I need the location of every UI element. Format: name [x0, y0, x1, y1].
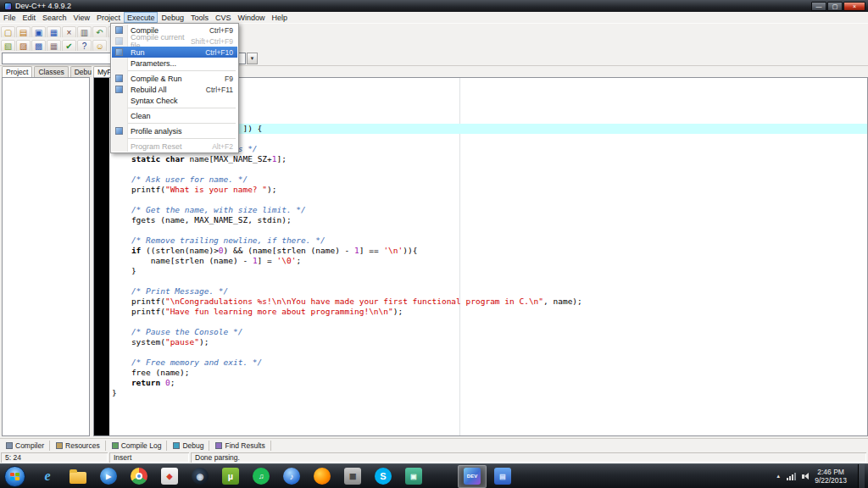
code-line-13[interactable]: if ((strlen(name)>0) && (name[strlen (na… [112, 246, 867, 256]
code-line-22[interactable]: system("pause"); [112, 337, 867, 347]
code-line-19[interactable]: printf("Have fun learning more about pro… [112, 307, 867, 317]
taskbar-dev-cpp-button[interactable]: DEV [458, 465, 487, 488]
code-line-8[interactable] [112, 195, 867, 205]
menu-execute[interactable]: Execute [124, 12, 159, 23]
minimize-button[interactable]: — [811, 2, 826, 11]
panel-tab-project[interactable]: Project [2, 66, 32, 77]
code-line-20[interactable] [112, 317, 867, 327]
taskbar-pinned-app-11-button[interactable]: ▦ [338, 465, 367, 488]
code-line-27[interactable]: } [112, 388, 867, 398]
code-line-11[interactable] [112, 225, 867, 236]
code-line-5[interactable] [112, 164, 867, 175]
start-button[interactable] [4, 466, 25, 487]
menu-item-compile-run[interactable]: Compile & RunF9 [112, 73, 237, 84]
taskbar-media-player-button[interactable]: ▶ [94, 465, 123, 488]
taskbar-spotify-button[interactable]: ♫ [247, 465, 275, 488]
menu-item-rebuild-all[interactable]: Rebuild AllCtrl+F11 [112, 84, 237, 95]
menu-item-program-reset[interactable]: Program ResetAlt+F2 [112, 141, 237, 152]
menu-item-run[interactable]: RunCtrl+F10 [112, 47, 237, 58]
menu-search[interactable]: Search [39, 12, 70, 23]
taskbar-pinned-app-13-button[interactable]: ▣ [399, 465, 428, 488]
taskbar-pinned-app-7-button[interactable]: µ [216, 465, 245, 488]
menu-tools[interactable]: Tools [187, 12, 212, 23]
menu-view[interactable]: View [70, 12, 93, 23]
report-tab-find-results[interactable]: Find Results [210, 441, 270, 451]
menu-item-parameters[interactable]: Parameters... [112, 58, 237, 69]
report-tab-debug[interactable]: Debug [168, 441, 209, 451]
code-line-26[interactable]: return 0; [112, 378, 867, 388]
code-line-15[interactable]: } [112, 266, 867, 276]
menu-cvs[interactable]: CVS [212, 12, 235, 23]
menu-help[interactable]: Help [269, 12, 292, 23]
title-bar[interactable]: Dev-C++ 4.9.9.2 — ▢ × [0, 0, 868, 12]
report-tab-label: Debug [182, 441, 203, 450]
editor-gutter[interactable] [94, 78, 109, 435]
report-tab-label: Compile Log [121, 441, 162, 450]
code-line-7[interactable]: printf("What is your name? "); [112, 185, 867, 195]
menu-bar: FileEditSearchViewProjectExecuteDebugToo… [0, 12, 868, 23]
project-tree[interactable] [2, 77, 90, 436]
report-tab-label: Compiler [15, 441, 44, 450]
combo-dropdown-arrow-icon[interactable]: ▼ [247, 53, 258, 64]
menu-item-shortcut: Ctrl+F9 [209, 26, 237, 35]
cursor-position: 5: 24 [1, 452, 108, 463]
menu-file[interactable]: File [0, 12, 19, 23]
code-line-18[interactable]: printf("\nCongradulations %s!\n\nYou hav… [112, 297, 867, 307]
menu-item-profile-analysis[interactable]: Profile analysis [112, 125, 237, 136]
taskbar-firefox-button[interactable] [308, 465, 337, 488]
menu-item-shortcut: Alt+F2 [212, 142, 237, 151]
volume-icon[interactable] [802, 473, 809, 480]
menu-item-shortcut: Ctrl+F11 [206, 86, 237, 94]
steam-icon: ◉ [192, 468, 209, 485]
media-player-icon: ▶ [100, 468, 117, 485]
taskbar-chrome-button[interactable] [125, 465, 153, 488]
pinned-app-7-icon: µ [222, 468, 239, 485]
windows-flag-icon [10, 473, 19, 480]
taskbar-windows-explorer-button[interactable] [64, 465, 92, 488]
menu-project[interactable]: Project [93, 12, 124, 23]
network-icon[interactable] [787, 473, 796, 480]
code-line-24[interactable]: /* Free memory and exit. */ [112, 358, 867, 368]
resources-icon [56, 442, 63, 449]
report-tab-compile-log[interactable]: Compile Log [107, 441, 168, 451]
taskbar-clock[interactable]: 2:46 PM 9/22/2013 [815, 468, 847, 485]
firefox-icon [314, 468, 331, 485]
taskbar-steam-button[interactable]: ◉ [186, 465, 214, 488]
code-line-25[interactable]: free (name); [112, 368, 867, 378]
menu-window[interactable]: Window [235, 12, 269, 23]
menu-item-clean[interactable]: Clean [112, 110, 237, 121]
code-line-14[interactable]: name[strlen (name) - 1] = '\0'; [112, 256, 867, 266]
menu-item-label: Parameters... [131, 59, 176, 68]
taskbar-pinned-app-5-button[interactable]: ◆ [155, 465, 184, 488]
menu-item-shortcut: F9 [225, 75, 237, 83]
taskbar-itunes-button[interactable]: ♪ [277, 465, 306, 488]
menu-debug[interactable]: Debug [158, 12, 187, 23]
menu-item-label: Run [131, 48, 145, 57]
report-tab-compiler[interactable]: Compiler [1, 441, 50, 451]
code-line-17[interactable]: /* Print Message. */ [112, 286, 867, 297]
menu-item-compile-current-file[interactable]: Compile current fileShift+Ctrl+F9 [112, 36, 237, 47]
code-line-23[interactable] [112, 347, 867, 358]
code-line-6[interactable]: /* Ask user for name. */ [112, 175, 867, 185]
code-line-21[interactable]: /* Pause the Console */ [112, 327, 867, 337]
taskbar-icons: e▶◆◉µ♫♪▦S▣DEV▤ [32, 464, 518, 488]
code-line-10[interactable]: fgets (name, MAX_NAME_SZ, stdin); [112, 215, 867, 225]
close-button[interactable]: × [843, 2, 865, 11]
code-line-16[interactable] [112, 276, 867, 286]
menu-item-syntax-check[interactable]: Syntax Check [112, 95, 237, 106]
tray-expand-button[interactable]: ▲ [776, 474, 781, 479]
panel-tab-classes[interactable]: Classes [34, 66, 68, 77]
taskbar-skype-button[interactable]: S [369, 465, 398, 488]
taskbar-internet-explorer-button[interactable]: e [33, 465, 62, 488]
code-line-4[interactable]: static char name[MAX_NAME_SZ+1]; [112, 154, 867, 164]
code-line-12[interactable]: /* Remove trailing newline, if there. */ [112, 236, 867, 246]
menu-separator [114, 123, 236, 124]
execute-menu: CompileCtrl+F9Compile current fileShift+… [110, 23, 239, 153]
show-desktop-button[interactable] [858, 464, 865, 488]
menu-edit[interactable]: Edit [19, 12, 40, 23]
report-tab-resources[interactable]: Resources [51, 441, 106, 451]
compile-log-icon [112, 442, 119, 449]
code-line-9[interactable]: /* Get the name, with size limit. */ [112, 205, 867, 215]
maximize-button[interactable]: ▢ [827, 2, 843, 11]
taskbar-pinned-app-15-button[interactable]: ▤ [488, 465, 517, 488]
